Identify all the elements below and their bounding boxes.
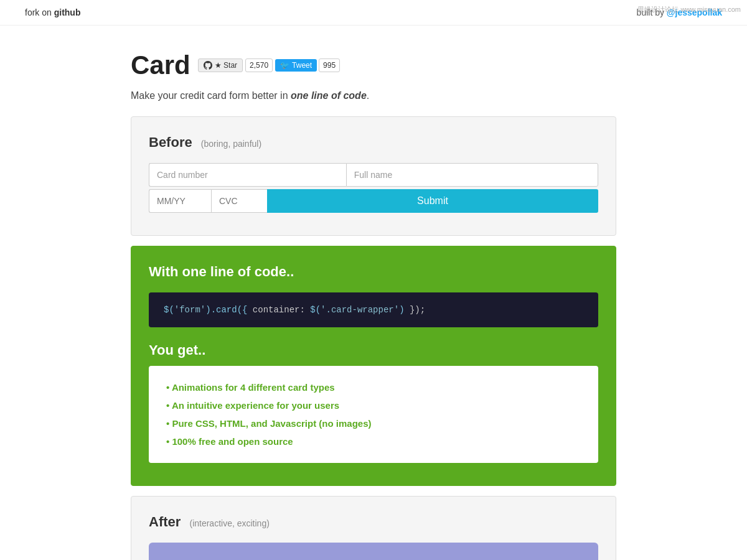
after-heading: After (interactive, exciting) — [149, 514, 598, 530]
green-section: With one line of code.. $('form').card({… — [131, 246, 616, 486]
tweet-count: 995 — [319, 58, 340, 72]
before-title: Before — [149, 134, 192, 150]
subtitle-bold: one line of code — [291, 90, 367, 101]
after-title: After — [149, 514, 181, 530]
you-get-heading: You get.. — [149, 342, 598, 358]
page-title: Card — [131, 50, 190, 80]
subtitle-end: . — [367, 90, 369, 101]
card-number-input[interactable] — [149, 163, 346, 187]
top-nav: fork on github built by @jessepollak 思缘设… — [0, 0, 747, 26]
features-box: Animations for 4 different card types An… — [149, 366, 598, 463]
star-count: 2,570 — [245, 58, 273, 72]
form-row-1 — [149, 163, 598, 187]
before-heading: Before (boring, painful) — [149, 134, 598, 151]
code-dollar: $( — [164, 305, 174, 315]
tweet-bird-icon: 🐦 — [280, 61, 289, 70]
tweet-label: Tweet — [292, 61, 312, 70]
title-row: Card ★ Star 2,570 🐦 Tweet 995 — [131, 50, 616, 80]
code-wrapper-str: '.card-wrapper' — [321, 305, 399, 315]
star-label: ★ Star — [215, 61, 237, 70]
after-section: After (interactive, exciting) — [131, 496, 616, 560]
fork-github-text: github — [54, 7, 81, 17]
feature-item: An intuitive experience for your users — [166, 396, 581, 414]
code-dollar2: $( — [310, 305, 321, 315]
before-sublabel: (boring, painful) — [201, 139, 261, 149]
full-name-input[interactable] — [346, 163, 598, 187]
fork-link[interactable]: fork on github — [25, 7, 80, 17]
code-middle: container: — [247, 305, 310, 315]
fork-label: fork on — [25, 7, 54, 17]
subtitle: Make your credit card form better in one… — [131, 90, 616, 101]
github-star-button[interactable]: ★ Star — [198, 58, 243, 72]
features-list: Animations for 4 different card types An… — [166, 378, 581, 450]
after-sublabel: (interactive, exciting) — [189, 518, 269, 528]
expiry-input[interactable] — [149, 189, 211, 213]
feature-item: Pure CSS, HTML, and Javascript (no image… — [166, 414, 581, 432]
form-row-2: Submit — [149, 189, 598, 213]
subtitle-plain: Make your credit card form better in — [131, 90, 291, 101]
code-close: }); — [405, 305, 426, 315]
main-content: Card ★ Star 2,570 🐦 Tweet 995 Make your … — [118, 26, 629, 560]
feature-item: 100% free and open source — [166, 432, 581, 450]
code-heading: With one line of code.. — [149, 264, 598, 280]
code-heading-text: With one line of code.. — [149, 264, 294, 279]
code-block: $('form').card({ container: $('.card-wra… — [149, 292, 598, 327]
code-method: ).card({ — [205, 305, 247, 315]
tweet-button[interactable]: 🐦 Tweet — [275, 59, 317, 72]
social-buttons: ★ Star 2,570 🐦 Tweet 995 — [198, 58, 340, 72]
after-card-placeholder — [149, 543, 598, 560]
github-icon — [204, 61, 212, 70]
submit-button[interactable]: Submit — [267, 189, 598, 213]
before-section: Before (boring, painful) Submit — [131, 116, 616, 236]
code-end: ) — [399, 305, 404, 315]
watermark: 思缘设计论坛 www.missyuan.com — [637, 5, 741, 14]
code-form-str: 'form' — [174, 305, 205, 315]
cvc-input[interactable] — [211, 189, 267, 213]
feature-item: Animations for 4 different card types — [166, 378, 581, 396]
